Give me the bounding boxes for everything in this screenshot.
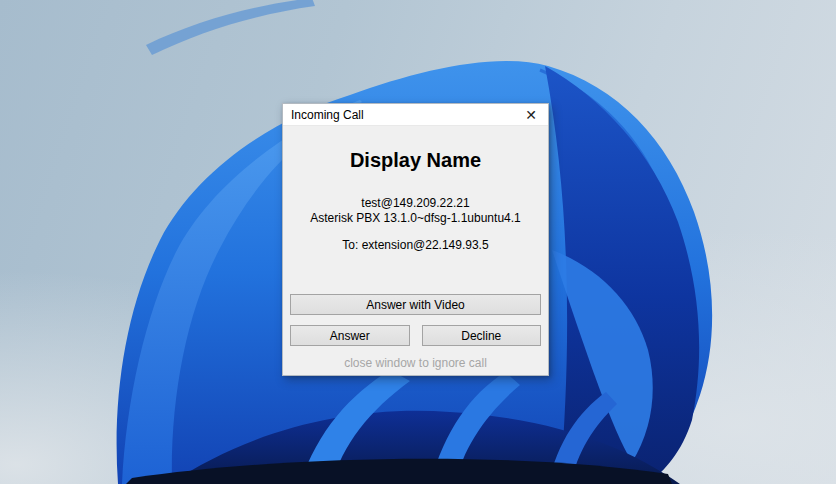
ignore-hint-text: close window to ignore call (283, 356, 548, 370)
answer-decline-row: Answer Decline (290, 325, 541, 346)
close-button[interactable]: ✕ (514, 104, 548, 125)
caller-display-name: Display Name (283, 149, 548, 172)
window-title: Incoming Call (291, 108, 364, 122)
caller-info-block: test@149.209.22.21 Asterisk PBX 13.1.0~d… (283, 196, 548, 226)
call-to-line: To: extension@22.149.93.5 (283, 238, 548, 252)
window-titlebar[interactable]: Incoming Call ✕ (283, 104, 548, 126)
caller-user-agent: Asterisk PBX 13.1.0~dfsg-1.1ubuntu4.1 (283, 211, 548, 226)
bloom-top-streak (146, 0, 315, 55)
close-icon: ✕ (525, 108, 537, 122)
caller-uri: test@149.209.22.21 (283, 196, 548, 211)
decline-button[interactable]: Decline (422, 325, 542, 346)
answer-with-video-button[interactable]: Answer with Video (290, 294, 541, 315)
incoming-call-window: Incoming Call ✕ Display Name test@149.20… (282, 103, 549, 376)
dialog-body: Display Name test@149.209.22.21 Asterisk… (283, 126, 548, 376)
answer-button[interactable]: Answer (290, 325, 410, 346)
